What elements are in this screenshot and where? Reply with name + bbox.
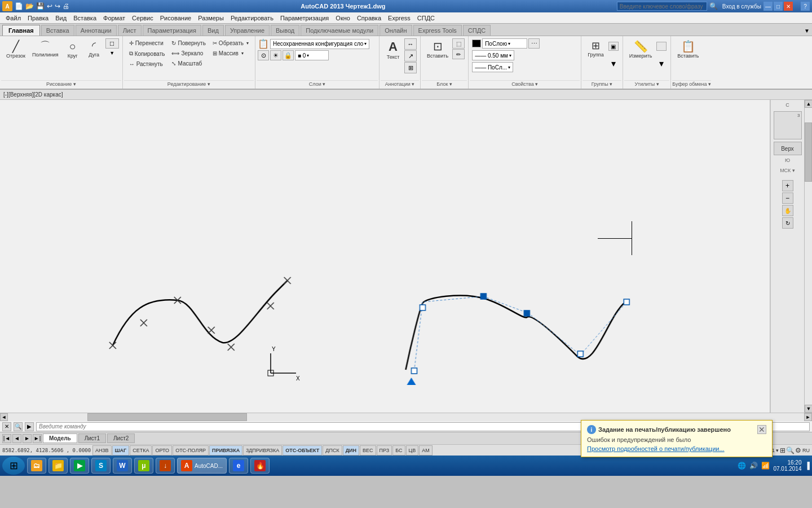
menu-window[interactable]: Окно — [332, 14, 354, 22]
status-ves[interactable]: ВЕС — [360, 445, 376, 456]
tab-plugins[interactable]: Подключаемые модули — [301, 25, 378, 36]
tab-online[interactable]: Онлайн — [379, 25, 412, 36]
btn-group[interactable]: ⊞ Группа — [585, 38, 607, 60]
login-btn[interactable]: Вход в службы — [722, 3, 761, 10]
menu-edit2[interactable]: Редактировать — [227, 14, 277, 22]
layer-btn2[interactable]: ☀ — [270, 50, 281, 60]
taskbar-lang-icon[interactable]: 🌐 — [738, 462, 746, 470]
status-din[interactable]: ДИН — [343, 445, 359, 456]
btn-scale[interactable]: ⤡ Масштаб — [169, 59, 208, 68]
btn-line[interactable]: ╱ Отрезок — [3, 38, 28, 61]
layer-name-dropdown[interactable]: ■ 0▾ — [295, 50, 329, 60]
scroll-thumb-v[interactable] — [805, 122, 812, 182]
taskbar-skype[interactable]: S — [91, 458, 111, 474]
qat-open[interactable]: 📂 — [25, 2, 34, 10]
btn-mirror[interactable]: ⟺ Зеркало — [169, 49, 208, 58]
scroll-right-btn[interactable]: ► — [804, 413, 812, 421]
btn-dimension[interactable]: ↔ — [404, 38, 417, 50]
qat-new[interactable]: 📄 — [15, 2, 23, 10]
layer-btn3[interactable]: 🔒 — [283, 50, 294, 60]
taskbar-folder[interactable]: 📁 — [48, 458, 68, 474]
scroll-thumb-h[interactable] — [87, 413, 246, 421]
btn-table[interactable]: ⊞ — [404, 62, 417, 73]
zoom-out-btn[interactable]: − — [782, 192, 793, 204]
zoom-in-btn[interactable]: + — [782, 180, 793, 191]
lineweight-dropdown[interactable]: —— 0.50 мм▾ — [472, 50, 514, 60]
qat-save[interactable]: 💾 — [36, 2, 45, 10]
start-button[interactable]: ⊞ — [2, 457, 25, 475]
view-icon3[interactable]: ⚙ — [795, 446, 801, 454]
maximize-btn[interactable]: □ — [774, 2, 783, 11]
btn-insert-block[interactable]: ⊡ Вставить — [424, 38, 451, 61]
status-privyazka[interactable]: ПРИВЯЗКА — [209, 445, 242, 456]
menu-file[interactable]: Файл — [2, 14, 24, 22]
layer-btn1[interactable]: ⊙ — [258, 50, 269, 60]
search-icon[interactable]: 🔍 — [709, 2, 718, 10]
tab-sheet[interactable]: Лист — [118, 25, 142, 36]
tab-insert[interactable]: Вставка — [41, 25, 74, 36]
tab-spds[interactable]: СПДС — [463, 25, 491, 36]
taskbar-torrent[interactable]: μ — [134, 458, 153, 474]
btn-create-block[interactable]: ⬚ — [452, 38, 465, 49]
btn-measure[interactable]: 📏 Измерить — [626, 38, 655, 61]
btn-leader[interactable]: ↗ — [404, 50, 417, 62]
view-icon1[interactable]: ⊞ — [780, 446, 785, 454]
tab-manage[interactable]: Управление — [225, 25, 270, 36]
status-dpsk[interactable]: ДПСК — [323, 445, 342, 456]
status-orto[interactable]: ОРТО — [152, 445, 172, 456]
status-prz[interactable]: ПРЗ — [377, 445, 392, 456]
cmd-arrow-btn[interactable]: ▶ — [25, 422, 34, 431]
qat-redo[interactable]: ↪ — [55, 2, 60, 10]
tab-sheet2[interactable]: Лист2 — [107, 433, 135, 443]
show-desktop-btn[interactable]: ▐ — [805, 462, 810, 470]
menu-help[interactable]: Справка — [354, 14, 385, 22]
expand-groups[interactable]: ▾ — [611, 58, 616, 69]
pan-btn[interactable]: ✋ — [782, 205, 793, 216]
view-top-btn[interactable]: Верх — [774, 142, 802, 155]
tab-annotations[interactable]: Аннотации — [76, 25, 117, 36]
search-input[interactable] — [617, 2, 707, 11]
btn-text[interactable]: A Текст — [383, 38, 403, 62]
help-btn[interactable]: ? — [801, 2, 810, 11]
btn-circle[interactable]: ○ Круг — [63, 38, 83, 61]
taskbar-speaker-icon[interactable]: 🔊 — [749, 462, 758, 470]
scale-arrow[interactable]: ▾ — [776, 448, 779, 453]
status-setka[interactable]: СЕТКА — [130, 445, 152, 456]
sheet-nav-first[interactable]: |◄ — [2, 434, 11, 443]
minimize-btn[interactable]: — — [764, 2, 773, 11]
vertical-scrollbar[interactable]: ▲ ▼ — [804, 100, 812, 413]
ribbon-expand-btn[interactable]: ▼ — [802, 26, 812, 36]
menu-insert[interactable]: Вставка — [70, 14, 100, 22]
tab-model[interactable]: Модель — [43, 433, 77, 443]
menu-parametric[interactable]: Параметризация — [277, 14, 332, 22]
sheet-nav-prev[interactable]: ◄ — [12, 434, 21, 443]
taskbar-explorer[interactable]: 🗂 — [27, 458, 46, 474]
drawing-canvas[interactable] — [0, 100, 770, 413]
taskbar-media[interactable]: ▶ — [70, 458, 89, 474]
cmd-search-btn[interactable]: 🔍 — [14, 422, 23, 431]
qat-print[interactable]: 🖨 — [63, 2, 69, 10]
menu-express[interactable]: Express — [385, 14, 414, 22]
btn-arc[interactable]: ◜ Дуга — [84, 38, 104, 60]
color-dropdown[interactable]: ПоСлою▾ — [482, 38, 527, 49]
horizontal-scrollbar[interactable]: ◄ ► — [0, 413, 812, 421]
btn-trim[interactable]: ✂ Обрезать ▾ — [210, 38, 251, 48]
btn-rectangle[interactable]: □ — [105, 38, 119, 49]
scroll-up-btn[interactable]: ▲ — [805, 100, 812, 108]
status-am[interactable]: АМ — [419, 445, 433, 456]
scroll-track-v[interactable] — [805, 108, 812, 405]
status-cv[interactable]: ЦВ — [406, 445, 419, 456]
orbit-btn[interactable]: ↻ — [782, 217, 793, 229]
tab-sheet1[interactable]: Лист1 — [78, 433, 106, 443]
btn-stretch[interactable]: ↔ Растянуть — [126, 59, 168, 69]
layer-dropdown[interactable]: Несохраненная конфигурация сло▾ — [270, 39, 369, 49]
status-3dprivyazka[interactable]: 3ДПРИВЯЗКА — [243, 445, 282, 456]
status-ots-obj[interactable]: ОТС-ОБЪЕКТ — [283, 445, 322, 456]
status-an3v[interactable]: АН3В — [92, 445, 112, 456]
status-bs[interactable]: БС — [392, 445, 405, 456]
menu-dimensions[interactable]: Размеры — [195, 14, 227, 22]
tab-express-tools[interactable]: Express Tools — [413, 25, 462, 36]
taskbar-autocad[interactable]: A AutoCAD... — [177, 458, 227, 474]
qat-undo[interactable]: ↩ — [47, 2, 52, 10]
btn-move[interactable]: ✛ Перенести — [126, 38, 168, 48]
